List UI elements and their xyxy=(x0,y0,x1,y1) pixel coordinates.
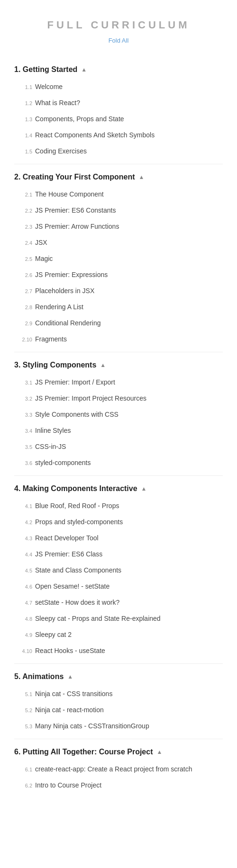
list-item[interactable]: 2.3JS Premier: Arrow Functions xyxy=(19,218,223,234)
curriculum-sections: 1. Getting Started▲1.1Welcome1.2What is … xyxy=(14,59,223,793)
list-item[interactable]: 4.8Sleepy cat - Props and State Re-expla… xyxy=(19,610,223,626)
item-number: 5.2 xyxy=(19,707,32,713)
list-item[interactable]: 2.6JS Premier: Expressions xyxy=(19,267,223,283)
item-number: 4.2 xyxy=(19,519,32,525)
item-label: Welcome xyxy=(35,83,63,90)
section-items-s1: 1.1Welcome1.2What is React?1.3Components… xyxy=(14,79,223,159)
list-item[interactable]: 4.2Props and styled-components xyxy=(19,514,223,530)
list-item[interactable]: 6.1create-react-app: Create a React proj… xyxy=(19,761,223,777)
section-header-s4[interactable]: 4. Making Components Interactive▲ xyxy=(14,478,223,498)
item-label: Coding Exercises xyxy=(35,147,87,155)
item-label: JS Premier: Import Project Resources xyxy=(35,394,146,402)
list-item[interactable]: 4.6Open Sesame! - setState xyxy=(19,578,223,594)
item-label: State and Class Components xyxy=(35,566,121,574)
section-header-s6[interactable]: 6. Putting All Together: Course Project▲ xyxy=(14,741,223,761)
list-item[interactable]: 2.1The House Component xyxy=(19,186,223,202)
item-number: 2.6 xyxy=(19,272,32,278)
section-s1: 1. Getting Started▲1.1Welcome1.2What is … xyxy=(14,59,223,159)
section-arrow-s5: ▲ xyxy=(67,673,73,680)
section-items-s5: 5.1Ninja cat - CSS transitions5.2Ninja c… xyxy=(14,686,223,734)
section-title-s3: 3. Styling Components xyxy=(14,361,96,369)
section-items-s2: 2.1The House Component2.2JS Premier: ES6… xyxy=(14,186,223,347)
item-number: 1.2 xyxy=(19,100,32,106)
list-item[interactable]: 4.4JS Premier: ES6 Class xyxy=(19,546,223,562)
section-arrow-s1: ▲ xyxy=(81,66,87,73)
list-item[interactable]: 6.2Intro to Course Project xyxy=(19,777,223,793)
list-item[interactable]: 4.3React Developer Tool xyxy=(19,530,223,546)
page-title: FULL CURRICULUM xyxy=(14,19,223,31)
section-arrow-s6: ▲ xyxy=(156,749,162,755)
list-item[interactable]: 5.1Ninja cat - CSS transitions xyxy=(19,686,223,702)
item-number: 6.1 xyxy=(19,767,32,772)
section-title-s2: 2. Creating Your First Component xyxy=(14,173,135,181)
list-item[interactable]: 1.1Welcome xyxy=(19,79,223,95)
list-item[interactable]: 2.10Fragments xyxy=(19,331,223,347)
section-divider xyxy=(14,663,223,664)
list-item[interactable]: 3.3Style Components with CSS xyxy=(19,406,223,422)
item-number: 4.5 xyxy=(19,568,32,573)
list-item[interactable]: 4.7setState - How does it work? xyxy=(19,594,223,610)
section-title-s1: 1. Getting Started xyxy=(14,65,77,74)
list-item[interactable]: 1.3Components, Props and State xyxy=(19,111,223,127)
list-item[interactable]: 1.4React Components And Sketch Symbols xyxy=(19,127,223,143)
section-s4: 4. Making Components Interactive▲4.1Blue… xyxy=(14,475,223,659)
list-item[interactable]: 5.2Ninja cat - react-motion xyxy=(19,702,223,718)
list-item[interactable]: 3.6styled-components xyxy=(19,455,223,471)
item-number: 4.8 xyxy=(19,616,32,622)
item-number: 4.4 xyxy=(19,552,32,557)
list-item[interactable]: 2.7Placeholders in JSX xyxy=(19,283,223,299)
list-item[interactable]: 3.4Inline Styles xyxy=(19,422,223,438)
item-label: JS Premier: Import / Export xyxy=(35,378,115,386)
list-item[interactable]: 2.9Conditional Rendering xyxy=(19,315,223,331)
list-item[interactable]: 1.2What is React? xyxy=(19,95,223,111)
item-label: Style Components with CSS xyxy=(35,411,118,418)
item-number: 2.9 xyxy=(19,321,32,326)
item-label: Intro to Course Project xyxy=(35,781,101,789)
item-label: React Components And Sketch Symbols xyxy=(35,131,155,139)
item-number: 2.7 xyxy=(19,288,32,294)
item-number: 2.8 xyxy=(19,304,32,310)
item-number: 3.6 xyxy=(19,460,32,466)
section-title-s6: 6. Putting All Together: Course Project xyxy=(14,748,153,756)
section-s6: 6. Putting All Together: Course Project▲… xyxy=(14,739,223,793)
section-header-s5[interactable]: 5. Animations▲ xyxy=(14,666,223,686)
list-item[interactable]: 1.5Coding Exercises xyxy=(19,143,223,159)
item-number: 3.3 xyxy=(19,412,32,418)
section-header-s3[interactable]: 3. Styling Components▲ xyxy=(14,354,223,374)
list-item[interactable]: 4.9Sleepy cat 2 xyxy=(19,626,223,643)
item-label: Components, Props and State xyxy=(35,115,124,123)
list-item[interactable]: 3.5CSS-in-JS xyxy=(19,438,223,455)
item-label: React Hooks - useState xyxy=(35,647,105,654)
list-item[interactable]: 5.3Many Ninja cats - CSSTransitionGroup xyxy=(19,718,223,734)
list-item[interactable]: 3.2JS Premier: Import Project Resources xyxy=(19,390,223,406)
item-label: JS Premier: ES6 Class xyxy=(35,550,102,558)
item-label: React Developer Tool xyxy=(35,534,99,542)
item-label: The House Component xyxy=(35,190,104,198)
item-number: 4.1 xyxy=(19,503,32,509)
list-item[interactable]: 2.8Rendering A List xyxy=(19,299,223,315)
list-item[interactable]: 4.1Blue Roof, Red Roof - Props xyxy=(19,498,223,514)
item-label: Open Sesame! - setState xyxy=(35,582,109,590)
section-header-s1[interactable]: 1. Getting Started▲ xyxy=(14,59,223,79)
section-s2: 2. Creating Your First Component▲2.1The … xyxy=(14,164,223,347)
item-number: 5.3 xyxy=(19,724,32,729)
item-number: 1.4 xyxy=(19,133,32,138)
item-label: CSS-in-JS xyxy=(35,443,66,450)
list-item[interactable]: 4.5State and Class Components xyxy=(19,562,223,578)
section-header-s2[interactable]: 2. Creating Your First Component▲ xyxy=(14,166,223,186)
list-item[interactable]: 2.5Magic xyxy=(19,251,223,267)
section-divider xyxy=(14,739,223,739)
item-label: setState - How does it work? xyxy=(35,599,119,606)
item-label: styled-components xyxy=(35,459,91,466)
item-number: 1.1 xyxy=(19,84,32,90)
fold-all-link[interactable]: Fold All xyxy=(109,37,129,44)
item-number: 2.5 xyxy=(19,256,32,262)
list-item[interactable]: 2.4JSX xyxy=(19,234,223,251)
list-item[interactable]: 2.2JS Premier: ES6 Constants xyxy=(19,202,223,218)
section-title-s5: 5. Animations xyxy=(14,672,64,681)
list-item[interactable]: 4.10React Hooks - useState xyxy=(19,643,223,659)
item-label: Conditional Rendering xyxy=(35,319,101,327)
item-number: 3.5 xyxy=(19,444,32,450)
list-item[interactable]: 3.1JS Premier: Import / Export xyxy=(19,374,223,390)
item-number: 2.10 xyxy=(19,337,32,342)
